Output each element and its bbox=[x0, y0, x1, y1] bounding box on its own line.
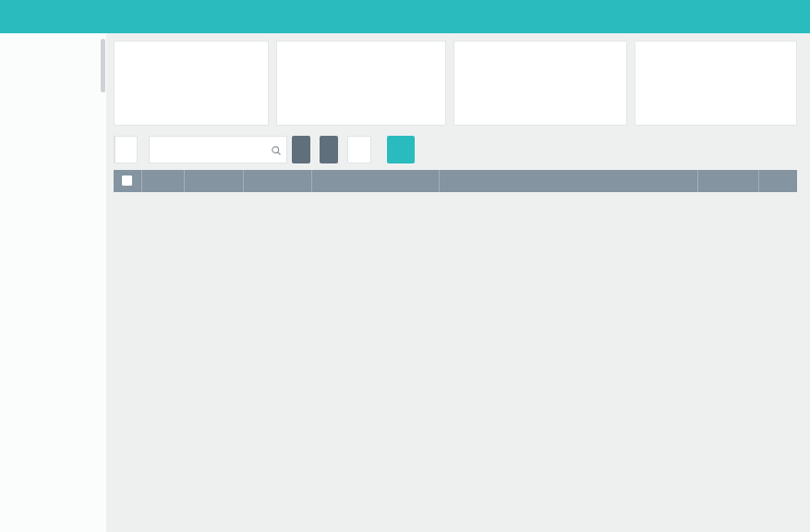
reset-button[interactable] bbox=[347, 136, 371, 163]
nodes-table bbox=[114, 170, 797, 192]
header-status[interactable] bbox=[141, 170, 184, 192]
header-node-name[interactable] bbox=[243, 170, 311, 192]
pagination-prev[interactable] bbox=[115, 198, 127, 201]
header-total-space[interactable] bbox=[697, 170, 758, 192]
capacity-block bbox=[114, 133, 138, 163]
search-input[interactable] bbox=[149, 136, 287, 163]
unit-select[interactable] bbox=[115, 137, 137, 163]
vault-card bbox=[276, 41, 446, 126]
vault-donut-center bbox=[384, 58, 430, 104]
main-content bbox=[106, 33, 810, 532]
performance-chart bbox=[715, 52, 788, 92]
header-type[interactable] bbox=[184, 170, 243, 192]
nodes-total bbox=[524, 53, 562, 62]
pagination-next[interactable] bbox=[132, 198, 143, 201]
sidebar bbox=[0, 33, 106, 532]
performances-card bbox=[635, 41, 797, 126]
all-types-button[interactable] bbox=[292, 136, 310, 163]
header-more bbox=[758, 170, 797, 192]
filters-block bbox=[149, 133, 797, 163]
storage-list bbox=[566, 53, 618, 62]
drive-card bbox=[114, 41, 269, 126]
summary-cards bbox=[114, 41, 797, 126]
select-all-cell bbox=[114, 170, 141, 192]
select-all-checkbox[interactable] bbox=[122, 175, 132, 186]
search-box bbox=[149, 136, 287, 163]
drive-stats bbox=[123, 52, 200, 111]
vault-stats bbox=[285, 52, 367, 111]
drive-donut-center bbox=[207, 58, 253, 104]
add-node-button[interactable] bbox=[387, 136, 415, 163]
pagination bbox=[115, 198, 797, 201]
sidebar-scrollbar[interactable] bbox=[101, 39, 105, 92]
app-header bbox=[0, 0, 810, 33]
app-root bbox=[0, 0, 810, 532]
header-used-space[interactable] bbox=[439, 170, 697, 192]
capacity-summary bbox=[114, 136, 138, 163]
search-icon[interactable] bbox=[271, 143, 282, 160]
drive-donut bbox=[200, 52, 260, 111]
nodes-card bbox=[453, 41, 627, 126]
all-states-button[interactable] bbox=[320, 136, 338, 163]
node-status-list bbox=[463, 53, 520, 62]
vault-donut bbox=[378, 52, 437, 111]
table-header-row bbox=[114, 170, 797, 192]
performance-legend bbox=[644, 52, 707, 94]
header-tags[interactable] bbox=[311, 170, 439, 192]
